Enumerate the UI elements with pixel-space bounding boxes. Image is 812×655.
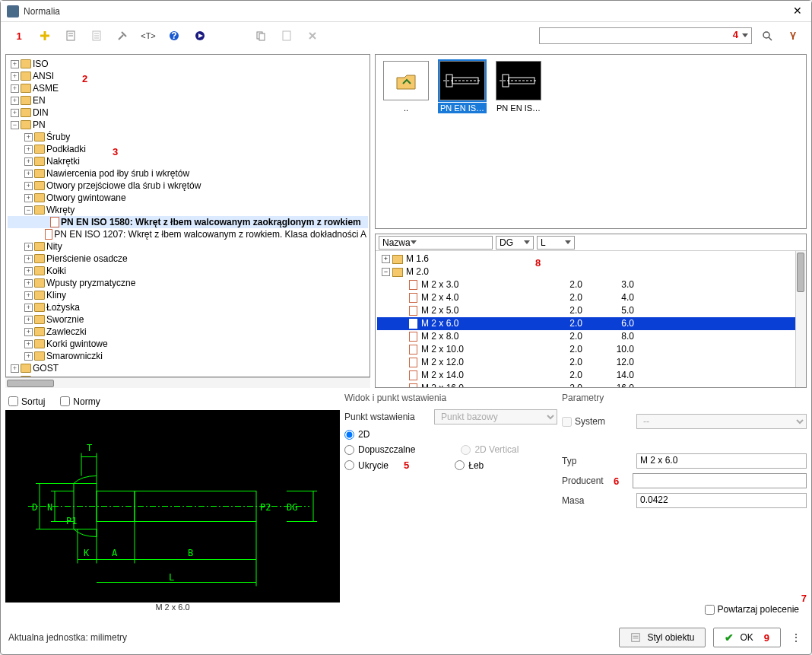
tree-toggle-icon[interactable]: + [24, 170, 33, 178]
tree-toggle-icon[interactable]: + [24, 182, 33, 190]
list-icon[interactable] [86, 27, 107, 45]
play-icon[interactable] [189, 27, 211, 45]
tree-toggle-icon[interactable]: + [24, 255, 33, 263]
size-row[interactable]: M 2 x 14.02.014.0 [377, 369, 804, 382]
tree-folder-item[interactable]: −PN [8, 119, 368, 131]
tree-toggle-icon[interactable]: − [24, 206, 33, 215]
tree-toggle-icon[interactable]: + [11, 84, 19, 93]
size-group-row[interactable]: +M 1.6 [377, 253, 804, 265]
tree-part-item[interactable]: PN EN ISO 1580: Wkręt z łbem walcowanym … [8, 216, 368, 228]
gallery-item[interactable]: PN EN IS… [438, 61, 487, 113]
tree-toggle-icon[interactable]: + [24, 145, 33, 154]
style-button[interactable]: Styl obiektu [619, 628, 706, 647]
marker-9: 9 [764, 632, 769, 644]
size-row[interactable]: M 2 x 12.02.012.0 [377, 356, 804, 369]
tree-toggle-icon[interactable]: + [24, 316, 33, 324]
tree-folder-item[interactable]: +Zawleczki [8, 326, 368, 338]
help-icon[interactable]: ? [163, 27, 185, 45]
tree-folder-item[interactable]: +Kliny [8, 289, 368, 301]
sizes-col-dg[interactable]: DG [496, 236, 534, 250]
tree-toggle-icon[interactable]: + [24, 267, 33, 275]
page-icon[interactable] [60, 27, 81, 45]
tree-part-item[interactable]: PN EN ISO 1207: Wkręt z łbem walcowanym … [8, 228, 368, 240]
ok-button[interactable]: ✔ OK 9 [713, 628, 781, 647]
tree-toggle-icon[interactable]: + [11, 72, 19, 81]
search-input[interactable] [539, 27, 752, 44]
tree-folder-item[interactable]: +Nity [8, 240, 368, 253]
tree-toggle-icon[interactable]: + [24, 243, 33, 251]
size-row[interactable]: M 2 x 8.02.08.0 [377, 330, 804, 343]
tree-folder-item[interactable]: +DIN [8, 107, 368, 119]
tree-folder-item[interactable]: +Otwory przejściowe dla śrub i wkrętów [8, 180, 368, 192]
gallery-item[interactable]: .. [382, 61, 430, 113]
radio-leb[interactable]: Łeb [455, 460, 484, 471]
size-row[interactable]: M 2 x 10.02.010.0 [377, 343, 804, 356]
tree-folder-item[interactable]: +Podkładki [8, 143, 368, 155]
tree-folder-item[interactable]: +Śruby [8, 131, 368, 143]
tools-icon[interactable] [112, 27, 133, 45]
tree-toggle-icon[interactable]: + [24, 328, 33, 336]
size-toggle-icon[interactable]: + [382, 255, 390, 263]
tree-toggle-icon[interactable]: + [24, 304, 33, 312]
tree-toggle-icon[interactable]: + [11, 97, 19, 105]
locate-icon[interactable] [782, 27, 804, 45]
tree-toggle-icon[interactable]: + [24, 352, 33, 361]
sizes-vscrollbar[interactable] [795, 251, 806, 387]
tree-folder-item[interactable]: +EN [8, 94, 368, 107]
size-toggle-icon[interactable]: − [382, 268, 390, 276]
tree-toggle-icon[interactable]: + [24, 291, 33, 300]
gallery-item[interactable]: PN EN IS… [494, 61, 543, 113]
size-row[interactable]: M 2 x 6.02.06.0 [377, 317, 804, 330]
prod-input[interactable] [633, 473, 807, 488]
search-dropdown-icon[interactable] [742, 33, 748, 37]
sizes-col-l[interactable]: L [537, 236, 575, 250]
add-button[interactable] [34, 27, 56, 45]
radio-ukrycie[interactable]: Ukrycie [344, 460, 389, 471]
tree-folder-item[interactable]: +Otwory gwintowane [8, 192, 368, 204]
tree-folder-item[interactable]: +ASME [8, 82, 368, 94]
radio-dopuszczalne[interactable]: Dopuszczalne [344, 444, 415, 455]
standards-tree[interactable]: 2 3 +ISO+ANSI+ASME+EN+DIN−PN+Śruby+Podkł… [5, 54, 370, 377]
size-row[interactable]: M 2 x 5.02.05.0 [377, 304, 804, 317]
tree-folder-item[interactable]: +GOST [8, 362, 368, 374]
delete-icon[interactable] [302, 27, 323, 45]
radio-2d[interactable]: 2D [344, 429, 370, 440]
tree-folder-item[interactable]: +Smarowniczki [8, 350, 368, 362]
tree-toggle-icon[interactable]: + [24, 157, 33, 166]
more-button[interactable]: ⋮ [788, 632, 804, 643]
size-row[interactable]: M 2 x 4.02.04.0 [377, 291, 804, 304]
close-button[interactable]: ✕ [790, 4, 805, 19]
tree-folder-item[interactable]: +Nawiercenia pod łby śrub i wkrętów [8, 167, 368, 180]
norms-checkbox[interactable]: Normy [60, 396, 100, 407]
tree-toggle-icon[interactable]: + [11, 364, 19, 373]
tree-folder-item[interactable]: +Kołki [8, 265, 368, 277]
copy-icon[interactable] [250, 27, 271, 45]
tree-folder-item[interactable]: +ANSI [8, 70, 368, 82]
tree-toggle-icon[interactable]: + [24, 279, 33, 288]
tree-folder-item[interactable]: +Nakrętki [8, 155, 368, 167]
tree-toggle-icon[interactable]: + [11, 60, 19, 68]
tree-folder-item[interactable]: +ISO [8, 58, 368, 70]
tree-folder-item[interactable]: +Łożyska [8, 301, 368, 313]
tree-toggle-icon[interactable]: + [11, 109, 19, 117]
repeat-checkbox[interactable]: Powtarzaj polecenie [705, 604, 799, 615]
search-icon[interactable] [756, 27, 778, 45]
tree-folder-item[interactable]: +Sworznie [8, 313, 368, 326]
size-row[interactable]: M 2 x 3.02.03.0 [377, 278, 804, 291]
tree-folder-item[interactable]: +Pierścienie osadcze [8, 253, 368, 265]
tree-toggle-icon[interactable]: + [24, 194, 33, 202]
text-icon[interactable]: <T> [138, 27, 159, 45]
size-group-row[interactable]: −M 2.0 [377, 265, 804, 278]
tree-toggle-icon[interactable]: + [24, 133, 33, 141]
tree-folder-item[interactable]: +Wpusty pryzmatyczne [8, 277, 368, 289]
form-icon[interactable] [276, 27, 297, 45]
tree-folder-item[interactable]: −Wkręty [8, 204, 368, 216]
tree-hscrollbar[interactable] [5, 377, 370, 388]
tree-toggle-icon[interactable]: + [24, 340, 33, 348]
sort-checkbox[interactable]: Sortuj [8, 396, 45, 407]
size-row[interactable]: M 2 x 16.02.016.0 [377, 382, 804, 387]
sizes-col-name[interactable]: Nazwa [379, 236, 493, 250]
system-checkbox[interactable]: System [562, 416, 630, 427]
tree-folder-item[interactable]: +Korki gwintowe [8, 338, 368, 350]
tree-toggle-icon[interactable]: − [11, 121, 19, 129]
